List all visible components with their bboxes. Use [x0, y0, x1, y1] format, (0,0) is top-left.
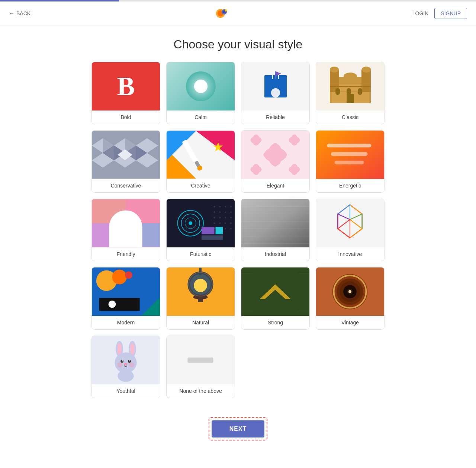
style-label-reliable: Reliable [241, 110, 309, 124]
svg-rect-129 [199, 268, 202, 275]
svg-point-57 [251, 137, 262, 144]
reliable-svg [257, 68, 294, 105]
svg-point-151 [130, 343, 135, 355]
svg-point-54 [278, 152, 287, 158]
natural-svg [167, 267, 235, 316]
style-image-conservative [92, 131, 160, 179]
header: ← BACK LOGIN SIGNUP [0, 1, 476, 26]
vintage-svg [316, 267, 384, 316]
style-image-creative [167, 131, 235, 179]
svg-point-160 [118, 370, 134, 382]
style-card-bold[interactable]: B Bold [91, 62, 160, 124]
svg-point-4 [225, 9, 227, 12]
svg-rect-6 [264, 75, 270, 84]
style-image-elegant [241, 131, 309, 179]
svg-point-87 [230, 217, 232, 218]
style-card-vintage[interactable]: Vintage [316, 267, 385, 330]
login-button[interactable]: LOGIN [412, 10, 429, 16]
svg-point-155 [122, 360, 123, 361]
style-card-modern[interactable]: Modern [91, 267, 160, 330]
style-label-classic: Classic [316, 110, 384, 124]
style-card-creative[interactable]: Creative [166, 130, 235, 193]
svg-point-94 [225, 228, 226, 230]
signup-button[interactable]: SIGNUP [434, 8, 467, 19]
style-card-elegant[interactable]: Elegant [241, 130, 310, 193]
svg-point-59 [289, 137, 300, 144]
style-card-reliable[interactable]: Reliable [241, 62, 310, 124]
style-card-energetic[interactable]: Energetic [316, 130, 385, 193]
style-card-strong[interactable]: Strong [241, 267, 310, 330]
innovative-svg [316, 199, 384, 247]
style-card-conservative[interactable]: Conservative [91, 130, 160, 193]
svg-rect-17 [361, 70, 371, 92]
svg-rect-100 [202, 227, 215, 234]
svg-point-128 [194, 279, 207, 292]
style-image-modern [92, 267, 160, 316]
style-card-friendly[interactable]: Friendly [91, 199, 160, 261]
style-image-energetic [316, 131, 384, 179]
style-card-none[interactable]: None of the above [166, 336, 235, 398]
svg-point-90 [225, 222, 226, 224]
friendly-svg [92, 199, 160, 247]
style-image-natural [167, 267, 235, 316]
bold-letter: B [117, 71, 135, 102]
svg-point-124 [109, 301, 116, 308]
svg-rect-131 [198, 296, 203, 302]
style-label-conservative: Conservative [92, 179, 160, 192]
style-label-vintage: Vintage [316, 316, 384, 329]
style-image-industrial [241, 199, 309, 247]
svg-point-55 [271, 151, 279, 158]
svg-point-85 [219, 217, 221, 218]
svg-point-159 [129, 362, 134, 368]
calm-inner-circle [194, 80, 208, 93]
next-button[interactable]: NEXT [212, 420, 265, 437]
style-card-innovative[interactable]: Innovative [316, 199, 385, 261]
creative-svg [167, 131, 235, 179]
svg-rect-12 [275, 71, 276, 79]
svg-rect-21 [335, 88, 340, 95]
youthful-svg [92, 336, 160, 384]
svg-point-79 [230, 206, 232, 208]
strong-svg [241, 267, 309, 316]
style-label-creative: Creative [167, 179, 235, 192]
svg-point-121 [125, 272, 132, 279]
next-button-wrapper: NEXT [212, 420, 265, 437]
style-image-calm [167, 62, 235, 110]
svg-point-63 [289, 166, 300, 173]
logo [214, 6, 229, 21]
style-card-classic[interactable]: Classic [316, 62, 385, 124]
style-grid: B Bold Calm [0, 62, 476, 413]
style-image-none [167, 336, 235, 384]
style-card-futuristic[interactable]: Futuristic [166, 199, 235, 261]
style-card-industrial[interactable]: Industrial [241, 199, 310, 261]
svg-point-76 [214, 206, 215, 208]
svg-point-51 [272, 143, 278, 152]
style-image-friendly [92, 199, 160, 247]
style-card-natural[interactable]: Natural [166, 267, 235, 330]
back-button[interactable]: ← BACK [9, 10, 30, 16]
style-label-natural: Natural [167, 316, 235, 329]
industrial-svg [241, 199, 309, 247]
calm-circle [186, 71, 216, 101]
svg-point-158 [117, 362, 122, 368]
svg-point-61 [251, 166, 262, 173]
style-label-none: None of the above [167, 384, 235, 398]
none-svg [167, 336, 235, 384]
style-label-energetic: Energetic [316, 179, 384, 192]
style-label-strong: Strong [241, 316, 309, 329]
style-card-youthful[interactable]: Youthful [91, 336, 160, 398]
svg-rect-74 [109, 227, 142, 247]
svg-point-152 [115, 352, 136, 373]
svg-point-146 [348, 290, 351, 293]
elegant-svg [241, 131, 309, 179]
style-image-youthful [92, 336, 160, 384]
back-arrow-icon: ← [9, 10, 14, 16]
style-image-bold: B [92, 62, 160, 110]
svg-rect-65 [327, 144, 372, 147]
style-card-calm[interactable]: Calm [166, 62, 235, 124]
svg-rect-67 [334, 161, 364, 164]
svg-point-81 [219, 211, 221, 213]
header-actions: LOGIN SIGNUP [412, 8, 467, 19]
bottom-section: NEXT [0, 413, 476, 452]
svg-rect-11 [271, 88, 280, 97]
